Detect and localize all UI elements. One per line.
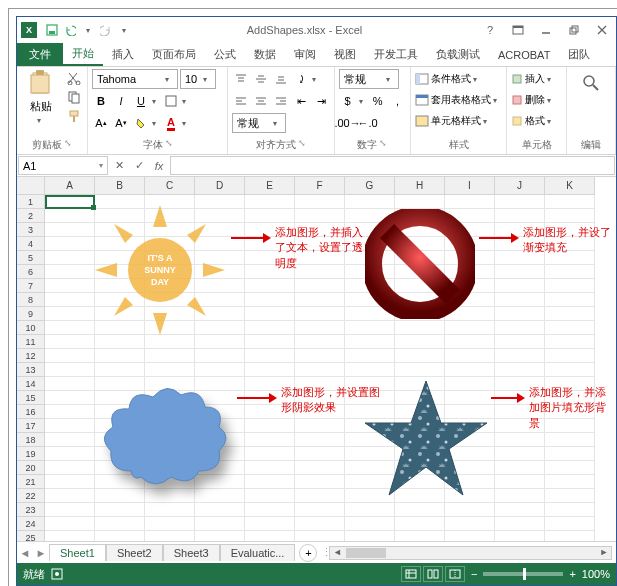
tab-formulas[interactable]: 公式 bbox=[205, 43, 245, 66]
percent-button[interactable]: % bbox=[369, 92, 387, 110]
alignment-launcher[interactable]: ⤡ bbox=[298, 138, 306, 152]
fill-color-button[interactable] bbox=[132, 114, 150, 132]
col-header[interactable]: D bbox=[195, 177, 245, 195]
bold-button[interactable]: B bbox=[92, 92, 110, 110]
tab-developer[interactable]: 开发工具 bbox=[365, 43, 427, 66]
macro-record-icon[interactable] bbox=[51, 568, 63, 580]
qat-undo[interactable] bbox=[62, 22, 78, 38]
col-header[interactable]: K bbox=[545, 177, 595, 195]
view-normal-button[interactable] bbox=[401, 566, 421, 582]
horizontal-scrollbar[interactable]: ◄► bbox=[329, 546, 612, 560]
row-header[interactable]: 18 bbox=[17, 433, 45, 447]
font-color-button[interactable]: A bbox=[162, 114, 180, 132]
row-header[interactable]: 20 bbox=[17, 461, 45, 475]
zoom-in-button[interactable]: + bbox=[569, 568, 575, 580]
cut-button[interactable] bbox=[65, 69, 83, 87]
row-header[interactable]: 25 bbox=[17, 531, 45, 541]
cells-area[interactable] bbox=[45, 195, 616, 541]
row-header[interactable]: 11 bbox=[17, 335, 45, 349]
sheet-tab[interactable]: Sheet1 bbox=[49, 544, 106, 561]
row-header[interactable]: 9 bbox=[17, 307, 45, 321]
row-header[interactable]: 7 bbox=[17, 279, 45, 293]
paste-button[interactable]: 粘贴 ▾ bbox=[21, 69, 61, 125]
row-header[interactable]: 15 bbox=[17, 391, 45, 405]
row-header[interactable]: 12 bbox=[17, 349, 45, 363]
fx-button[interactable]: fx bbox=[149, 155, 169, 176]
col-header[interactable]: F bbox=[295, 177, 345, 195]
help-button[interactable]: ? bbox=[476, 20, 504, 40]
align-left-button[interactable] bbox=[232, 92, 250, 110]
sheet-nav-next[interactable]: ► bbox=[33, 547, 49, 559]
qat-save[interactable] bbox=[44, 22, 60, 38]
tab-home[interactable]: 开始 bbox=[63, 43, 103, 66]
row-header[interactable]: 19 bbox=[17, 447, 45, 461]
sheet-tab[interactable]: Sheet2 bbox=[106, 544, 163, 561]
tab-pagelayout[interactable]: 页面布局 bbox=[143, 43, 205, 66]
col-header[interactable]: H bbox=[395, 177, 445, 195]
orientation-button[interactable]: ⤸ bbox=[292, 70, 310, 88]
align-right-button[interactable] bbox=[272, 92, 290, 110]
row-header[interactable]: 16 bbox=[17, 405, 45, 419]
insert-cells-button[interactable]: 插入▾ bbox=[511, 69, 555, 89]
tab-data[interactable]: 数据 bbox=[245, 43, 285, 66]
qat-undo-dd[interactable]: ▾ bbox=[80, 22, 96, 38]
col-header[interactable]: J bbox=[495, 177, 545, 195]
align-center-button[interactable] bbox=[252, 92, 270, 110]
currency-button[interactable]: $ bbox=[339, 92, 357, 110]
tab-insert[interactable]: 插入 bbox=[103, 43, 143, 66]
zoom-level[interactable]: 100% bbox=[582, 568, 610, 580]
formula-input[interactable] bbox=[170, 156, 615, 175]
minimize-button[interactable] bbox=[532, 20, 560, 40]
align-middle-button[interactable] bbox=[252, 70, 270, 88]
row-header[interactable]: 24 bbox=[17, 517, 45, 531]
tab-acrobat[interactable]: ACROBAT bbox=[489, 43, 559, 66]
format-painter-button[interactable] bbox=[65, 107, 83, 125]
clipboard-launcher[interactable]: ⤡ bbox=[64, 138, 72, 152]
view-pagebreak-button[interactable] bbox=[445, 566, 465, 582]
row-header[interactable]: 14 bbox=[17, 377, 45, 391]
zoom-slider[interactable] bbox=[483, 572, 563, 576]
underline-button[interactable]: U bbox=[132, 92, 150, 110]
row-header[interactable]: 5 bbox=[17, 251, 45, 265]
increase-font-button[interactable]: A▴ bbox=[92, 114, 110, 132]
column-headers[interactable]: ABCDEFGHIJK bbox=[45, 177, 595, 195]
delete-cells-button[interactable]: 删除▾ bbox=[511, 90, 555, 110]
row-header[interactable]: 6 bbox=[17, 265, 45, 279]
enter-formula-button[interactable]: ✓ bbox=[129, 155, 149, 176]
col-header[interactable]: C bbox=[145, 177, 195, 195]
sheet-tab[interactable]: Evaluatic... bbox=[220, 544, 296, 561]
font-launcher[interactable]: ⤡ bbox=[165, 138, 173, 152]
name-box[interactable]: A1▾ bbox=[18, 156, 108, 175]
align-top-button[interactable] bbox=[232, 70, 250, 88]
worksheet-grid[interactable]: ABCDEFGHIJK 1234567891011121314151617181… bbox=[17, 177, 616, 541]
decrease-font-button[interactable]: A▾ bbox=[112, 114, 130, 132]
row-header[interactable]: 3 bbox=[17, 223, 45, 237]
zoom-out-button[interactable]: − bbox=[471, 568, 477, 580]
col-header[interactable]: B bbox=[95, 177, 145, 195]
ribbon-display-button[interactable] bbox=[504, 20, 532, 40]
qat-customize[interactable]: ▾ bbox=[116, 22, 132, 38]
copy-button[interactable] bbox=[65, 88, 83, 106]
row-header[interactable]: 23 bbox=[17, 503, 45, 517]
row-header[interactable]: 4 bbox=[17, 237, 45, 251]
row-header[interactable]: 1 bbox=[17, 195, 45, 209]
tab-loadtest[interactable]: 负载测试 bbox=[427, 43, 489, 66]
decrease-indent-button[interactable]: ⇤ bbox=[292, 92, 310, 110]
sheet-tab[interactable]: Sheet3 bbox=[163, 544, 220, 561]
col-header[interactable]: E bbox=[245, 177, 295, 195]
view-pagelayout-button[interactable] bbox=[423, 566, 443, 582]
font-name-select[interactable]: Tahoma▾ bbox=[92, 69, 178, 89]
increase-decimal-button[interactable]: .00→ bbox=[339, 114, 357, 132]
number-launcher[interactable]: ⤡ bbox=[379, 138, 387, 152]
row-header[interactable]: 8 bbox=[17, 293, 45, 307]
col-header[interactable]: G bbox=[345, 177, 395, 195]
comma-button[interactable]: , bbox=[389, 92, 407, 110]
tab-team[interactable]: 团队 bbox=[559, 43, 599, 66]
restore-button[interactable] bbox=[560, 20, 588, 40]
row-header[interactable]: 2 bbox=[17, 209, 45, 223]
font-size-select[interactable]: 10▾ bbox=[180, 69, 216, 89]
cell-styles-button[interactable]: 单元格样式▾ bbox=[415, 111, 491, 131]
row-header[interactable]: 22 bbox=[17, 489, 45, 503]
find-select-button[interactable] bbox=[571, 69, 611, 97]
cancel-formula-button[interactable]: ✕ bbox=[109, 155, 129, 176]
